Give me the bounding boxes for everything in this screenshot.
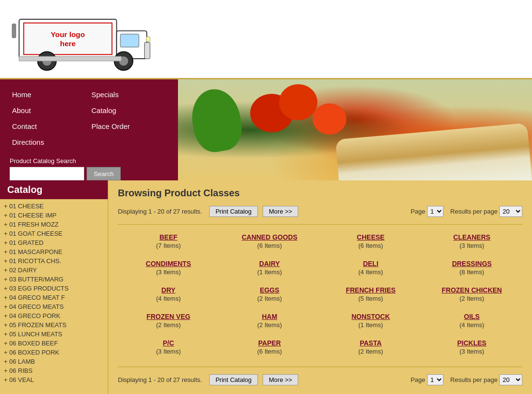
nav-home[interactable]: Home <box>10 87 89 102</box>
product-cell[interactable]: PAPER(6 Items) <box>219 335 320 359</box>
nav-about[interactable]: About <box>10 102 89 118</box>
product-cell[interactable]: NONSTOCK(1 Items) <box>320 309 421 333</box>
product-link[interactable]: FROZEN VEG <box>120 313 216 320</box>
product-cell[interactable]: BEEF(7 Items) <box>118 229 219 254</box>
search-input[interactable] <box>10 167 84 180</box>
more-button-bottom[interactable]: More >> <box>263 374 298 385</box>
sidebar-item[interactable]: + 01 CHEESE IMP <box>0 211 108 220</box>
product-cell[interactable]: FROZEN VEG(2 Items) <box>118 309 219 333</box>
sidebar-item[interactable]: + 02 DAIRY <box>0 266 108 275</box>
product-link[interactable]: CHEESE <box>323 233 419 241</box>
item-count: (8 Items) <box>459 268 484 276</box>
item-count: (3 Items) <box>156 268 180 276</box>
product-link[interactable]: DAIRY <box>221 260 317 267</box>
product-link[interactable]: FROZEN CHICKEN <box>424 286 520 294</box>
product-cell[interactable]: DELI(4 Items) <box>320 256 421 280</box>
sidebar-item[interactable]: + 01 FRESH MOZZ <box>0 220 108 229</box>
product-cell[interactable]: FRENCH FRIES(5 Items) <box>320 282 421 306</box>
item-count: (4 Items) <box>358 268 383 276</box>
sidebar: Catalog + 01 CHEESE+ 01 CHEESE IMP+ 01 F… <box>0 180 108 394</box>
sidebar-item[interactable]: + 01 GRATED <box>0 238 108 247</box>
product-cell[interactable]: CANNED GOODS(6 Items) <box>219 229 320 254</box>
nav-contact[interactable]: Contact <box>10 118 89 134</box>
product-link[interactable]: HAM <box>221 313 317 320</box>
search-button[interactable]: Search <box>87 167 121 180</box>
sidebar-item[interactable]: + 01 GOAT CHEESE <box>0 229 108 238</box>
item-count: (3 Items) <box>459 242 484 249</box>
item-count: (2 Items) <box>257 321 282 329</box>
nav-catalog[interactable]: Catalog <box>89 102 168 118</box>
product-cell[interactable]: HAM(2 Items) <box>219 309 320 333</box>
sidebar-item[interactable]: + 01 RICOTTA CHS. <box>0 256 108 266</box>
sidebar-item[interactable]: + 03 BUTTER/MARG <box>0 275 108 284</box>
product-link[interactable]: PASTA <box>323 339 419 347</box>
product-link[interactable]: DRESSINGS <box>424 260 520 267</box>
product-link[interactable]: DRY <box>120 286 216 294</box>
product-link[interactable]: CONDIMENTS <box>120 260 216 267</box>
product-link[interactable]: BEEF <box>120 233 216 241</box>
product-cell[interactable]: CHEESE(6 Items) <box>320 229 421 254</box>
sidebar-item[interactable]: + 01 MASCARPONE <box>0 247 108 256</box>
more-button-top[interactable]: More >> <box>263 206 298 217</box>
item-count: (2 Items) <box>459 295 484 302</box>
sidebar-item[interactable]: + 01 CHEESE <box>0 202 108 211</box>
svg-rect-2 <box>120 34 139 47</box>
product-cell[interactable]: EGGS(2 Items) <box>219 282 320 306</box>
product-link[interactable]: DELI <box>323 260 419 267</box>
page-select-top[interactable]: 1 2 <box>427 206 443 217</box>
product-row: DRY(4 Items)EGGS(2 Items)FRENCH FRIES(5 … <box>118 282 522 306</box>
sidebar-item[interactable]: + 06 VEAL <box>0 375 108 384</box>
sidebar-item[interactable]: + 04 GRECO MEATS <box>0 302 108 311</box>
sidebar-item[interactable]: + 06 LAMB <box>0 357 108 366</box>
product-link[interactable]: P/C <box>120 339 216 347</box>
sidebar-item[interactable]: + 05 FROZEN MEATS <box>0 320 108 330</box>
tomato-shape-3 <box>313 103 346 135</box>
page-select-bottom[interactable]: 1 2 <box>427 374 443 385</box>
item-count: (1 Items) <box>358 321 383 329</box>
product-cell[interactable]: DRESSINGS(8 Items) <box>421 256 522 280</box>
product-link[interactable]: OILS <box>424 313 520 320</box>
sidebar-item[interactable]: + 05 LUNCH MEATS <box>0 330 108 339</box>
sidebar-scroll[interactable]: + 01 CHEESE+ 01 CHEESE IMP+ 01 FRESH MOZ… <box>0 202 108 394</box>
sidebar-item[interactable]: + 06 BOXED PORK <box>0 348 108 357</box>
content: Browsing Product Classes Displaying 1 - … <box>108 180 532 394</box>
product-cell[interactable]: P/C(3 Items) <box>118 335 219 359</box>
results-per-select-bottom[interactable]: 20 50 100 <box>499 374 522 385</box>
product-cell[interactable]: DRY(4 Items) <box>118 282 219 306</box>
product-row: BEEF(7 Items)CANNED GOODS(6 Items)CHEESE… <box>118 229 522 254</box>
product-cell[interactable]: PICKLES(3 Items) <box>421 335 522 359</box>
svg-text:here: here <box>60 39 76 48</box>
nav-directions[interactable]: Directions <box>10 134 89 150</box>
sidebar-item[interactable]: + 03 EGG PRODUCTS <box>0 284 108 293</box>
product-cell[interactable]: PASTA(2 Items) <box>320 335 421 359</box>
item-count: (5 Items) <box>358 295 383 302</box>
sidebar-item[interactable]: + 04 GRECO PORK <box>0 311 108 320</box>
nav-place-order[interactable]: Place Order <box>89 118 168 134</box>
product-link[interactable]: CLEANERS <box>424 233 520 241</box>
product-cell[interactable]: FROZEN CHICKEN(2 Items) <box>421 282 522 306</box>
product-grid: BEEF(7 Items)CANNED GOODS(6 Items)CHEESE… <box>118 224 522 367</box>
print-catalog-button-top[interactable]: Print Catalog <box>209 206 258 217</box>
product-cell[interactable]: CONDIMENTS(3 Items) <box>118 256 219 280</box>
sidebar-item[interactable]: + 06 RIBS <box>0 366 108 375</box>
item-count: (6 Items) <box>257 242 282 249</box>
svg-rect-13 <box>146 37 150 42</box>
product-link[interactable]: EGGS <box>221 286 317 294</box>
nav-specials[interactable]: Specials <box>89 87 168 102</box>
product-cell[interactable]: DAIRY(1 Items) <box>219 256 320 280</box>
print-catalog-button-bottom[interactable]: Print Catalog <box>209 374 258 385</box>
product-link[interactable]: FRENCH FRIES <box>323 286 419 294</box>
product-link[interactable]: PAPER <box>221 339 317 347</box>
results-bar-bottom: Displaying 1 - 20 of 27 results. Print C… <box>118 374 522 385</box>
product-link[interactable]: NONSTOCK <box>323 313 419 320</box>
sidebar-item[interactable]: + 06 BOXED BEEF <box>0 339 108 348</box>
sidebar-item[interactable]: + 04 GRECO MEAT F <box>0 293 108 302</box>
product-link[interactable]: PICKLES <box>424 339 520 347</box>
product-cell[interactable]: CLEANERS(3 Items) <box>421 229 522 254</box>
item-count: (3 Items) <box>156 348 180 355</box>
product-link[interactable]: CANNED GOODS <box>221 233 317 241</box>
product-cell[interactable]: OILS(4 Items) <box>421 309 522 333</box>
results-per-select-top[interactable]: 20 50 100 <box>499 206 522 217</box>
header: Your logo here <box>0 0 532 79</box>
results-bar-top: Displaying 1 - 20 of 27 results. Print C… <box>118 206 522 217</box>
